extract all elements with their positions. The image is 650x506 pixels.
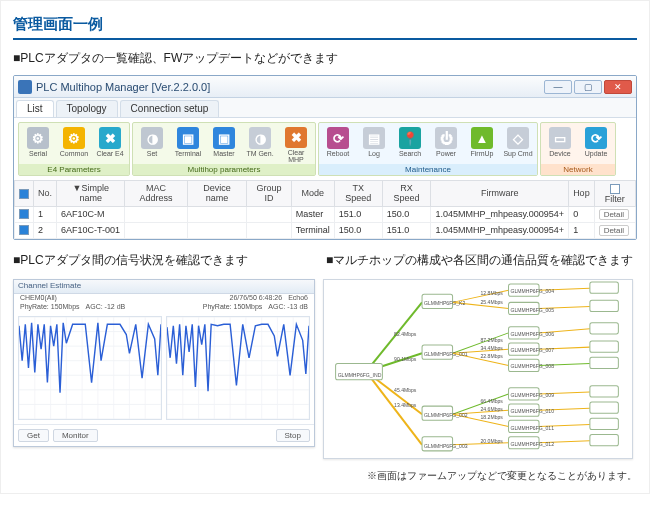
svg-rect-105 bbox=[590, 402, 618, 413]
master-icon: ▣ bbox=[213, 127, 235, 149]
row-checkbox[interactable] bbox=[19, 209, 29, 219]
toolbar-device-button[interactable]: ▭Device bbox=[543, 125, 577, 163]
table-header[interactable]: ▼Simple name bbox=[57, 181, 125, 207]
set-icon: ◑ bbox=[141, 127, 163, 149]
toolbar-group-e4: ⚙Serial⚙Common✖Clear E4 bbox=[18, 122, 130, 176]
signal-ts-right: 26/76/50 6:48:26 bbox=[230, 294, 283, 301]
row-checkbox[interactable] bbox=[19, 225, 29, 235]
table-header[interactable]: TX Speed bbox=[334, 181, 382, 207]
tab-list[interactable]: List bbox=[16, 100, 54, 117]
manager-window: PLC Multihop Manager [Ver.2.2.0.0] — ▢ ✕… bbox=[13, 75, 637, 240]
toolbar-serial-button[interactable]: ⚙Serial bbox=[21, 125, 55, 163]
signal-left-phyrate: PhyRate: 150Mbps bbox=[20, 303, 80, 310]
sup cmd-icon: ◇ bbox=[507, 127, 529, 149]
toolbar-terminal-button[interactable]: ▣Terminal bbox=[171, 125, 205, 163]
app-icon bbox=[18, 80, 32, 94]
window-min-button[interactable]: — bbox=[544, 80, 572, 94]
search-icon: 📍 bbox=[399, 127, 421, 149]
svg-text:GLMMHP6FG_001: GLMMHP6FG_001 bbox=[424, 351, 468, 357]
signal-chart-left bbox=[18, 316, 162, 420]
signal-left-agc: AGC: -12 dB bbox=[86, 303, 126, 310]
toolbar-firmup-button[interactable]: ▲FirmUp bbox=[465, 125, 499, 163]
svg-text:22.8Mbps: 22.8Mbps bbox=[481, 353, 504, 359]
toolbar-set-button[interactable]: ◑Set bbox=[135, 125, 169, 163]
page-title: 管理画面一例 bbox=[13, 15, 637, 40]
svg-rect-99 bbox=[590, 282, 618, 293]
table-header[interactable]: RX Speed bbox=[382, 181, 431, 207]
svg-rect-102 bbox=[590, 341, 618, 352]
toolbar-reboot-button[interactable]: ⟳Reboot bbox=[321, 125, 355, 163]
svg-text:GLMMHP6FG_006: GLMMHP6FG_006 bbox=[511, 331, 555, 337]
toolbar-common-button[interactable]: ⚙Common bbox=[57, 125, 91, 163]
log-icon: ▤ bbox=[363, 127, 385, 149]
table-header[interactable]: Filter bbox=[594, 181, 635, 207]
table-row[interactable]: 16AF10C-MMaster151.0150.01.045MMHP_mhpea… bbox=[15, 206, 636, 222]
tabs: List Topology Connection setup bbox=[14, 98, 636, 118]
terminal-icon: ▣ bbox=[177, 127, 199, 149]
svg-rect-106 bbox=[590, 418, 618, 429]
tab-connection[interactable]: Connection setup bbox=[120, 100, 220, 117]
table-header[interactable]: Mode bbox=[291, 181, 334, 207]
clear mhp-icon: ✖ bbox=[285, 127, 307, 148]
svg-text:12.8Mbps: 12.8Mbps bbox=[481, 290, 504, 296]
toolbar-clear-mhp-button[interactable]: ✖Clear MHP bbox=[279, 125, 313, 163]
detail-button[interactable]: Detail bbox=[599, 225, 629, 236]
signal-window: Channel Estimate CHEM0(All) 26/76/50 6:4… bbox=[13, 279, 315, 447]
table-row[interactable]: 26AF10C-T-001Terminal150.0151.01.045MMHP… bbox=[15, 222, 636, 238]
subhead-topology: ■マルチホップの構成や各区間の通信品質を確認できます bbox=[326, 252, 636, 269]
table-header[interactable]: MAC Address bbox=[125, 181, 187, 207]
window-title: PLC Multihop Manager [Ver.2.2.0.0] bbox=[36, 81, 544, 93]
svg-text:GLMMHP6FG_012: GLMMHP6FG_012 bbox=[511, 440, 555, 446]
topology-window: 82.4Mbps90.1Mbps45.4Mbps13.4Mbps12.8Mbps… bbox=[323, 279, 633, 459]
svg-text:GLMMHP6FG_010: GLMMHP6FG_010 bbox=[511, 408, 555, 414]
signal-stop-button[interactable]: Stop bbox=[276, 429, 310, 442]
device-icon: ▭ bbox=[549, 127, 571, 149]
svg-rect-103 bbox=[590, 357, 618, 368]
svg-text:GLMMHP6FG_004: GLMMHP6FG_004 bbox=[511, 288, 555, 294]
firmup-icon: ▲ bbox=[471, 127, 493, 149]
svg-text:87.2Mbps: 87.2Mbps bbox=[481, 337, 504, 343]
subhead-list: ■PLCアダプタの一覧確認、FWアップデートなどができます bbox=[13, 50, 637, 67]
table-header[interactable]: Device name bbox=[187, 181, 247, 207]
toolbar-group-mh: ◑Set▣Terminal▣Master◑TM Gen.✖Clear MHP bbox=[132, 122, 316, 176]
toolbar-tm-gen--button[interactable]: ◑TM Gen. bbox=[243, 125, 277, 163]
table-header[interactable]: Hop bbox=[569, 181, 595, 207]
toolbar-clear-e4-button[interactable]: ✖Clear E4 bbox=[93, 125, 127, 163]
svg-text:90.1Mbps: 90.1Mbps bbox=[394, 356, 417, 362]
svg-text:GLMMHP6FG_007: GLMMHP6FG_007 bbox=[511, 347, 555, 353]
svg-rect-100 bbox=[590, 300, 618, 311]
signal-monitor-button[interactable]: Monitor bbox=[53, 429, 98, 442]
window-max-button[interactable]: ▢ bbox=[574, 80, 602, 94]
svg-rect-101 bbox=[590, 322, 618, 333]
signal-right-agc: AGC: -13 dB bbox=[268, 303, 308, 310]
table-header[interactable]: Group ID bbox=[247, 181, 292, 207]
update-icon: ⟳ bbox=[585, 127, 607, 149]
signal-ts-left: CHEM0(All) bbox=[20, 294, 57, 301]
window-close-button[interactable]: ✕ bbox=[604, 80, 632, 94]
table-header[interactable]: No. bbox=[34, 181, 57, 207]
toolbar-log-button[interactable]: ▤Log bbox=[357, 125, 391, 163]
svg-text:GLMMHP6FG_003: GLMMHP6FG_003 bbox=[424, 442, 468, 448]
toolbar-update-button[interactable]: ⟳Update bbox=[579, 125, 613, 163]
svg-text:45.4Mbps: 45.4Mbps bbox=[394, 387, 417, 393]
tab-topology[interactable]: Topology bbox=[56, 100, 118, 117]
svg-text:GLMMHP6FG_011: GLMMHP6FG_011 bbox=[511, 424, 555, 430]
toolbar-master-button[interactable]: ▣Master bbox=[207, 125, 241, 163]
detail-button[interactable]: Detail bbox=[599, 209, 629, 220]
toolbar-search-button[interactable]: 📍Search bbox=[393, 125, 427, 163]
svg-text:GLMMHP6FG_008: GLMMHP6FG_008 bbox=[511, 363, 555, 369]
signal-chart-right bbox=[166, 316, 310, 420]
svg-text:GLMMHP6FG_K2: GLMMHP6FG_K2 bbox=[424, 300, 465, 306]
table-header[interactable]: Firmware bbox=[431, 181, 569, 207]
svg-text:25.4Mbps: 25.4Mbps bbox=[481, 299, 504, 305]
checkbox-all[interactable] bbox=[19, 189, 29, 199]
svg-text:20.0Mbps: 20.0Mbps bbox=[481, 437, 504, 443]
svg-text:GLMMHP6FG_005: GLMMHP6FG_005 bbox=[511, 306, 555, 312]
toolbar-power-button[interactable]: ⏻Power bbox=[429, 125, 463, 163]
signal-get-button[interactable]: Get bbox=[18, 429, 49, 442]
filter-checkbox[interactable] bbox=[610, 184, 620, 194]
common-icon: ⚙ bbox=[63, 127, 85, 149]
svg-text:GLMMHP6FG_009: GLMMHP6FG_009 bbox=[511, 392, 555, 398]
toolbar-sup-cmd-button[interactable]: ◇Sup Cmd bbox=[501, 125, 535, 163]
svg-text:34.4Mbps: 34.4Mbps bbox=[481, 345, 504, 351]
